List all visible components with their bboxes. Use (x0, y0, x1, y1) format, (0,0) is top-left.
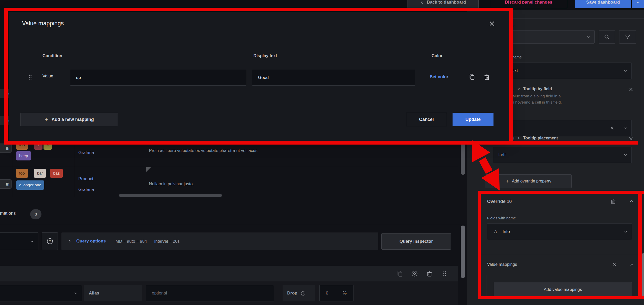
delete-query-trash-icon[interactable] (426, 270, 433, 277)
drop-value: 0 (326, 291, 328, 296)
table-cell-description: Proin ac libero vulputate ex vulputate p… (149, 148, 259, 153)
delete-override-trash-icon[interactable] (610, 198, 617, 205)
remove-property-icon[interactable] (628, 136, 634, 141)
annotation-rect-override-left (478, 191, 481, 299)
table-row-divider (0, 166, 458, 166)
drop-percent-input[interactable]: 0 % (319, 285, 353, 301)
alias-field-label: Alias (84, 285, 142, 301)
collapse-override-chevron-up-icon[interactable] (629, 199, 634, 204)
datasource-help-button[interactable]: ? (42, 232, 58, 250)
grafana-panel-editor: Back to dashboard Discard panel changes … (0, 0, 644, 305)
modal-col-condition: Condition (42, 53, 62, 58)
add-new-mapping-button[interactable]: + Add a new mapping (20, 113, 118, 126)
add-new-mapping-label: Add a new mapping (51, 117, 94, 122)
table-bottom-divider (0, 198, 458, 198)
delete-mapping-trash-icon[interactable] (483, 73, 490, 80)
add-value-mappings-button[interactable]: Add value mappings (494, 282, 632, 297)
chevron-down-icon (74, 291, 78, 295)
save-dashboard-button[interactable]: Save dashboard (575, 0, 631, 8)
query-options-label: Query options (76, 239, 106, 244)
drop-field-label: Drop (283, 285, 315, 301)
cell-corner-marker (146, 167, 151, 172)
chevron-down-icon (624, 230, 628, 234)
metric-select[interactable] (0, 285, 82, 301)
override-value-mappings-label: Value mappings (487, 262, 517, 267)
annotation-rect-override-right (638, 191, 642, 299)
filter-options-button[interactable] (619, 30, 636, 44)
main-scrollbar-thumb[interactable] (461, 226, 465, 278)
property-description-line2: tooltip when hovering a cell in this fie… (493, 100, 636, 105)
query-stats-interval: Interval = 20s (154, 239, 180, 244)
update-button[interactable]: Update (453, 113, 493, 126)
table-cell-health-pill: th (0, 179, 12, 189)
override-property-tooltip-by-field: Cell options > Tooltip by field Show the… (493, 87, 636, 105)
tag-baz: baz (50, 169, 63, 178)
query-inspector-label: Query inspector (400, 239, 433, 244)
annotation-rect-modal-bottom (4, 141, 638, 145)
svg-text:?: ? (49, 239, 51, 243)
set-color-link[interactable]: Set color (430, 74, 448, 79)
modal-col-color: Color (432, 53, 443, 58)
mapping-condition-input[interactable]: up (70, 70, 246, 86)
duplicate-query-icon[interactable] (396, 270, 403, 277)
save-dashboard-label: Save dashboard (586, 0, 620, 5)
tag-beep: beep (16, 151, 31, 160)
chevron-left-icon (420, 0, 424, 4)
table-cell-health-pill: th (0, 144, 12, 153)
transformations-tab-label: mations (0, 211, 16, 216)
override-fields-with-name-label: Fields with name (487, 216, 516, 220)
query-options-bar[interactable]: Query options MD = auto = 984 Interval =… (61, 232, 378, 250)
options-scrollbar-thumb[interactable] (642, 253, 644, 298)
clear-selection-icon[interactable] (610, 126, 615, 131)
drag-handle-icon[interactable] (27, 74, 34, 80)
mapping-display-text-value: Good (258, 75, 269, 80)
datasource-picker[interactable] (0, 232, 38, 250)
annotation-arrow (456, 133, 522, 200)
update-label: Update (465, 117, 480, 122)
save-dashboard-menu-button[interactable] (632, 0, 644, 8)
modal-col-display-text: Display text (253, 53, 277, 58)
chevron-right-icon (68, 239, 72, 243)
hide-query-eye-icon[interactable] (411, 270, 418, 277)
copy-mapping-icon[interactable] (468, 73, 476, 80)
override-10-card: Override 10 Fields with name A Info Valu… (481, 191, 644, 299)
back-to-dashboard-button[interactable]: Back to dashboard (407, 0, 479, 8)
back-to-dashboard-label: Back to dashboard (427, 0, 466, 5)
remove-property-icon[interactable] (628, 87, 634, 92)
chevron-down-icon (586, 35, 590, 39)
override-divider (481, 255, 644, 255)
query-stats-md: MD = auto = 984 (115, 239, 147, 244)
modal-title: Value mappings (22, 20, 64, 27)
drop-unit: % (343, 291, 347, 296)
table-cell-description: Nullam in pulvinar justo. (149, 181, 194, 186)
chevron-down-icon (624, 126, 627, 130)
product-link[interactable]: Grafana (78, 187, 94, 197)
annotation-rect-modal-left (4, 8, 8, 145)
fields-with-name-select[interactable]: Short Text (493, 63, 632, 79)
alias-input[interactable]: optional (146, 285, 274, 301)
close-icon[interactable] (488, 20, 496, 27)
property-name: Tooltip by field (523, 87, 552, 91)
override-matcher-select[interactable]: A Info (487, 223, 632, 240)
table-horizontal-scrollbar[interactable] (119, 194, 222, 197)
transformations-count-badge: 3 (30, 209, 41, 219)
search-icon (604, 34, 610, 40)
product-link[interactable]: Product (78, 176, 93, 181)
annotation-rect-modal-right (509, 8, 513, 145)
search-options-button[interactable] (599, 30, 615, 44)
annotation-rect-override-bottom (478, 296, 644, 299)
cancel-button[interactable]: Cancel (406, 113, 447, 126)
drag-query-grip-icon[interactable] (441, 270, 448, 277)
add-value-mappings-label: Add value mappings (544, 287, 582, 292)
tag-a-longer-one: a longer one (16, 180, 44, 190)
discard-panel-changes-button[interactable]: Discard panel changes (490, 0, 567, 8)
tag-foo: foo (16, 169, 28, 178)
property-name: Tooltip placement (523, 136, 558, 140)
mapping-type-label: Value (42, 74, 53, 79)
collapse-value-mappings-chevron-up-icon[interactable] (629, 262, 634, 267)
override-indent-line (487, 275, 487, 297)
remove-value-mappings-icon[interactable] (612, 262, 617, 267)
mapping-display-text-input[interactable]: Good (252, 70, 415, 86)
query-inspector-button[interactable]: Query inspector (381, 233, 451, 250)
product-link[interactable]: Grafana (78, 150, 94, 155)
